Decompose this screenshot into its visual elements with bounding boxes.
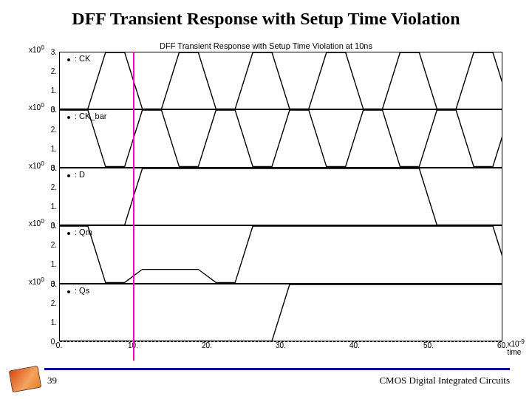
footer-text: CMOS Digital Integrated Circuits xyxy=(379,375,510,386)
x-exp-label: x10-9time xyxy=(507,338,525,356)
y-tick-label: 1. xyxy=(51,87,57,95)
x-tick-label: 40. xyxy=(349,341,360,349)
page-title: DFF Transient Response with Setup Time V… xyxy=(0,9,532,29)
y-tick-labels: 3.2.1.0. xyxy=(39,226,57,282)
panel-ck: x1003.2.1.0.: CK xyxy=(59,52,502,109)
footer-rule xyxy=(44,368,510,370)
x-tick-label: 30. xyxy=(276,341,286,349)
y-tick-label: 1. xyxy=(51,146,57,153)
y-tick-label: 1. xyxy=(51,261,57,268)
y-tick-labels: 3.2.1.0. xyxy=(39,52,57,109)
y-tick-labels: 3.2.1.0. xyxy=(39,168,57,225)
y-tick-labels: 3.2.1.0. xyxy=(39,110,57,166)
panel-d: x1003.2.1.0.: D xyxy=(59,168,502,225)
y-tick-label: 2. xyxy=(51,68,57,75)
y-tick-label: 2. xyxy=(51,300,57,307)
y-tick-label: 3. xyxy=(51,281,57,288)
y-tick-label: 2. xyxy=(51,184,57,191)
y-tick-label: 3. xyxy=(51,165,57,172)
y-tick-label: 1. xyxy=(51,319,57,327)
y-tick-label: 3. xyxy=(51,49,57,56)
y-tick-label: 3. xyxy=(51,222,57,230)
x-tick-label: 0. xyxy=(56,341,62,349)
setup-violation-marker xyxy=(133,52,134,361)
panel-qs: x1003.2.1.0.: Qs xyxy=(59,284,502,341)
signal-trace xyxy=(60,168,502,225)
logo-tile xyxy=(9,366,42,392)
signal-trace xyxy=(60,52,502,109)
panel-qm: x1003.2.1.0.: Qm xyxy=(59,225,502,283)
figure-title: DFF Transient Response with Setup Time V… xyxy=(0,41,532,50)
y-tick-label: 2. xyxy=(51,242,57,249)
page-number: 39 xyxy=(47,375,57,386)
signal-trace xyxy=(60,284,502,341)
signal-trace xyxy=(60,110,502,166)
y-tick-label: 2. xyxy=(51,126,57,134)
y-tick-label: 3. xyxy=(51,106,57,114)
y-tick-labels: 3.2.1.0. xyxy=(39,284,57,341)
y-tick-label: 1. xyxy=(51,203,57,211)
x-axis: 0.10.20.30.40.50.60.x10-9time xyxy=(59,341,502,352)
x-tick-label: 60. xyxy=(497,341,508,349)
signal-trace xyxy=(60,226,502,282)
x-tick-label: 50. xyxy=(423,341,434,349)
plot-area: x1003.2.1.0.: CKx1003.2.1.0.: CK_barx100… xyxy=(59,52,502,355)
panel-ck_bar: x1003.2.1.0.: CK_bar xyxy=(59,109,502,167)
x-tick-label: 20. xyxy=(202,341,212,349)
